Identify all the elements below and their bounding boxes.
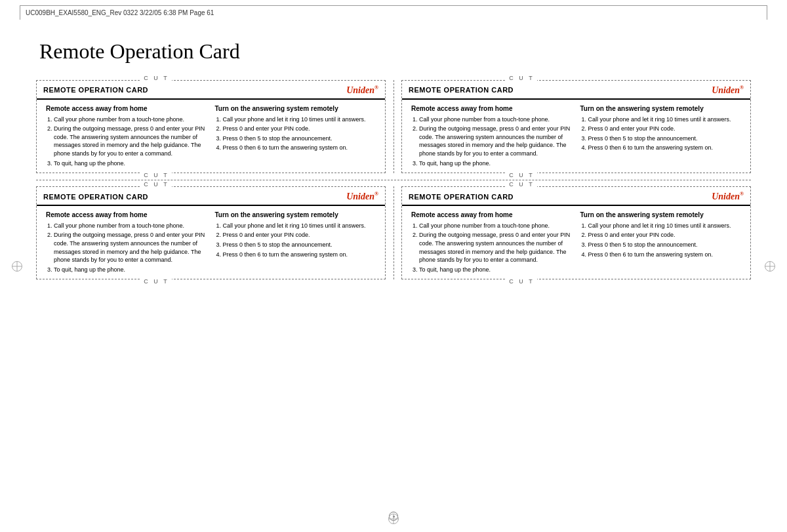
section2-tl: Turn on the answering system remotely Ca… bbox=[211, 105, 380, 168]
s2-item4-tr: Press 0 then 6 to turn the answering sys… bbox=[588, 144, 742, 152]
section2-title-tr: Turn on the answering system remotely bbox=[580, 105, 742, 112]
logo-tr: Uniden® bbox=[712, 85, 744, 96]
card-header-bl: REMOTE OPERATION CARD Uniden® bbox=[37, 187, 385, 206]
s2-item2-tr: Press 0 and enter your PIN code. bbox=[588, 125, 742, 133]
s1-item3-tr: To quit, hang up the phone. bbox=[419, 159, 573, 168]
section2-bl: Turn on the answering system remotely Ca… bbox=[211, 211, 380, 274]
section1-tl: Remote access away from home Call your p… bbox=[42, 105, 211, 168]
section2-br: Turn on the answering system remotely Ca… bbox=[576, 211, 746, 274]
section1-tr: Remote access away from home Call your p… bbox=[407, 105, 576, 168]
s1-item2-bl: During the outgoing message, press 0 and… bbox=[54, 231, 207, 264]
s2-item2-tl: Press 0 and enter your PIN code. bbox=[223, 125, 376, 133]
section2-title-br: Turn on the answering system remotely bbox=[580, 211, 742, 218]
cards-area: C U T REMOTE OPERATION CARD Uniden® Remo… bbox=[36, 80, 751, 509]
card-title-br: REMOTE OPERATION CARD bbox=[409, 193, 514, 201]
card-title-tl: REMOTE OPERATION CARD bbox=[43, 86, 148, 94]
s1-item1-tl: Call your phone number from a touch-tone… bbox=[54, 115, 207, 124]
top-right-card-wrapper: C U T REMOTE OPERATION CARD Uniden® Remo… bbox=[401, 80, 751, 173]
bottom-row: C U T REMOTE OPERATION CARD Uniden® Remo… bbox=[36, 186, 751, 279]
bottom-left-card-wrapper: C U T REMOTE OPERATION CARD Uniden® Remo… bbox=[36, 186, 386, 279]
reg-mark-left bbox=[12, 261, 22, 272]
s1-item1-br: Call your phone number from a touch-tone… bbox=[419, 222, 573, 230]
s2-item4-br: Press 0 then 6 to turn the answering sys… bbox=[588, 251, 742, 259]
top-left-card: C U T REMOTE OPERATION CARD Uniden® Remo… bbox=[36, 80, 386, 173]
bottom-left-card: C U T REMOTE OPERATION CARD Uniden® Remo… bbox=[36, 186, 386, 279]
header-bar: UC009BH_EXAI5580_ENG_Rev 0322 3/22/05 6:… bbox=[20, 5, 767, 20]
section1-title-bl: Remote access away from home bbox=[46, 211, 207, 218]
s1-item2-br: During the outgoing message, press 0 and… bbox=[419, 231, 573, 264]
s1-item3-br: To quit, hang up the phone. bbox=[419, 266, 573, 274]
s2-item3-tl: Press 0 then 5 to stop the announcement. bbox=[223, 134, 376, 143]
s2-item3-bl: Press 0 then 5 to stop the announcement. bbox=[223, 241, 376, 249]
s1-item3-tl: To quit, hang up the phone. bbox=[54, 159, 207, 168]
col-gap-bottom bbox=[386, 186, 401, 279]
s2-item1-bl: Call your phone and let it ring 10 times… bbox=[223, 222, 376, 230]
top-left-card-wrapper: C U T REMOTE OPERATION CARD Uniden® Remo… bbox=[36, 80, 386, 173]
s2-item1-tl: Call your phone and let it ring 10 times… bbox=[223, 115, 376, 124]
top-right-card: C U T REMOTE OPERATION CARD Uniden® Remo… bbox=[401, 80, 751, 173]
cut-label-tr-top: C U T bbox=[506, 75, 536, 81]
section1-title-br: Remote access away from home bbox=[411, 211, 573, 218]
section1-title-tl: Remote access away from home bbox=[46, 105, 207, 112]
s1-item3-bl: To quit, hang up the phone. bbox=[54, 266, 207, 274]
s2-item2-br: Press 0 and enter your PIN code. bbox=[588, 231, 742, 239]
cut-label-br-top: C U T bbox=[506, 181, 536, 188]
header-text: UC009BH_EXAI5580_ENG_Rev 0322 3/22/05 6:… bbox=[26, 9, 214, 16]
logo-br: Uniden® bbox=[712, 191, 744, 202]
card-title-tr: REMOTE OPERATION CARD bbox=[409, 86, 514, 94]
card-body-br: Remote access away from home Call your p… bbox=[402, 206, 750, 279]
card-header-tl: REMOTE OPERATION CARD Uniden® bbox=[37, 81, 385, 100]
card-title-bl: REMOTE OPERATION CARD bbox=[43, 193, 148, 201]
s2-item3-br: Press 0 then 5 to stop the announcement. bbox=[588, 241, 742, 249]
s2-item3-tr: Press 0 then 5 to stop the announcement. bbox=[588, 134, 742, 143]
s1-item1-bl: Call your phone number from a touch-tone… bbox=[54, 222, 207, 230]
card-header-tr: REMOTE OPERATION CARD Uniden® bbox=[402, 81, 750, 100]
section1-title-tr: Remote access away from home bbox=[411, 105, 573, 112]
col-gap-top bbox=[386, 80, 401, 173]
s1-item1-tr: Call your phone number from a touch-tone… bbox=[419, 115, 573, 124]
s2-item2-bl: Press 0 and enter your PIN code. bbox=[223, 231, 376, 239]
card-body-tl: Remote access away from home Call your p… bbox=[37, 100, 385, 173]
section2-tr: Turn on the answering system remotely Ca… bbox=[576, 105, 746, 168]
reg-mark-right bbox=[765, 261, 775, 272]
s2-item1-tr: Call your phone and let it ring 10 times… bbox=[588, 115, 742, 124]
s2-item4-bl: Press 0 then 6 to turn the answering sys… bbox=[223, 251, 376, 259]
page-title: Remote Operation Card bbox=[39, 39, 240, 64]
bottom-right-card: C U T REMOTE OPERATION CARD Uniden® Remo… bbox=[401, 186, 751, 279]
section2-title-tl: Turn on the answering system remotely bbox=[215, 105, 376, 112]
s2-item4-tl: Press 0 then 6 to turn the answering sys… bbox=[223, 144, 376, 152]
section1-br: Remote access away from home Call your p… bbox=[407, 211, 576, 274]
s1-item2-tr: During the outgoing message, press 0 and… bbox=[419, 125, 573, 157]
cut-label-bl-top: C U T bbox=[141, 181, 171, 188]
section1-bl: Remote access away from home Call your p… bbox=[42, 211, 211, 274]
card-header-br: REMOTE OPERATION CARD Uniden® bbox=[402, 187, 750, 206]
logo-bl: Uniden® bbox=[346, 191, 378, 202]
reg-mark-bottom bbox=[388, 514, 399, 524]
top-row: C U T REMOTE OPERATION CARD Uniden® Remo… bbox=[36, 80, 751, 173]
s1-item2-tl: During the outgoing message, press 0 and… bbox=[54, 125, 207, 157]
bottom-right-card-wrapper: C U T REMOTE OPERATION CARD Uniden® Remo… bbox=[401, 186, 751, 279]
s2-item1-br: Call your phone and let it ring 10 times… bbox=[588, 222, 742, 230]
cut-label-tl-top: C U T bbox=[141, 75, 171, 81]
section2-title-bl: Turn on the answering system remotely bbox=[215, 211, 376, 218]
cut-label-br-bottom: C U T bbox=[506, 278, 536, 285]
card-body-bl: Remote access away from home Call your p… bbox=[37, 206, 385, 279]
card-body-tr: Remote access away from home Call your p… bbox=[402, 100, 750, 173]
logo-tl: Uniden® bbox=[346, 85, 378, 96]
cut-label-bl-bottom: C U T bbox=[141, 278, 171, 285]
page: UC009BH_EXAI5580_ENG_Rev 0322 3/22/05 6:… bbox=[0, 0, 787, 532]
